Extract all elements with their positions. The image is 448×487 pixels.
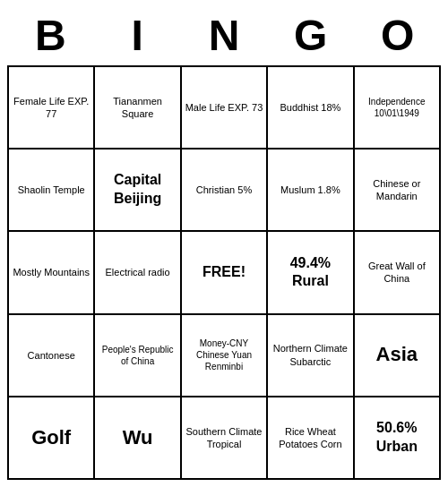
bingo-cell: Buddhist 18% [268,67,354,150]
letter-o: O [354,11,441,60]
bingo-cell: Muslum 1.8% [268,150,354,232]
bingo-cell: Northern Climate Subarctic [268,315,354,397]
bingo-cell: Shaolin Temple [9,150,95,232]
bingo-cell: Southern Climate Tropical [182,397,268,480]
letter-n: N [181,11,268,60]
bingo-cell: Female Life EXP. 77 [9,67,95,150]
bingo-grid: Female Life EXP. 77Tiananmen SquareMale … [7,65,441,480]
bingo-cell: Chinese or Mandarin [355,150,441,232]
bingo-cell: 50.6% Urban [355,397,441,480]
letter-b: B [7,11,94,60]
bingo-cell: Cantonese [9,315,95,397]
bingo-cell: Rice Wheat Potatoes Corn [268,397,354,480]
bingo-cell: Great Wall of China [355,232,441,314]
bingo-cell: FREE! [182,232,268,314]
bingo-cell: Money-CNY Chinese Yuan Renminbi [182,315,268,397]
bingo-cell: 49.4% Rural [268,232,354,314]
letter-i: I [94,11,181,60]
letter-g: G [267,11,354,60]
bingo-cell: Asia [355,315,441,397]
bingo-cell: Electrical radio [95,232,181,314]
bingo-cell: Wu [95,397,181,480]
bingo-cell: Independence 10\01\1949 [355,67,441,150]
bingo-header: B I N G O [7,7,441,65]
bingo-cell: Male Life EXP. 73 [182,67,268,150]
bingo-cell: Christian 5% [182,150,268,232]
bingo-cell: Tiananmen Square [95,67,181,150]
bingo-cell: Capital Beijing [95,150,181,232]
bingo-cell: Mostly Mountains [9,232,95,314]
bingo-cell: People's Republic of China [95,315,181,397]
bingo-cell: Golf [9,397,95,480]
